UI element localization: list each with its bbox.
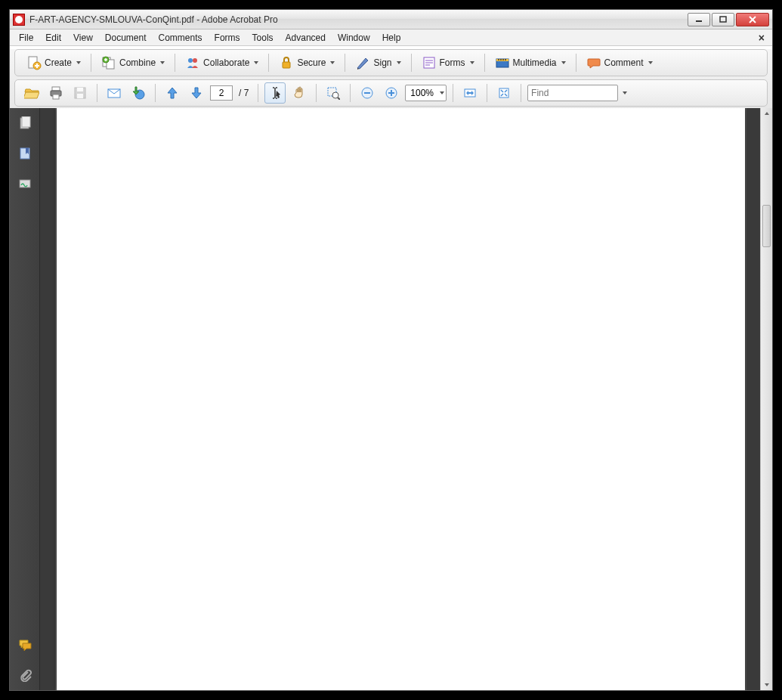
save-icon	[73, 85, 88, 101]
svg-point-13	[188, 58, 193, 63]
next-page-button[interactable]	[186, 82, 207, 104]
menu-document[interactable]: Document	[99, 31, 153, 45]
document-viewport[interactable]	[40, 108, 772, 690]
arrow-down-icon	[189, 85, 204, 101]
create-button[interactable]: Create	[21, 52, 86, 73]
zoom-out-icon	[360, 85, 375, 101]
chevron-down-icon[interactable]	[623, 91, 627, 94]
minimize-button[interactable]	[688, 13, 710, 26]
separator	[484, 54, 485, 72]
email-button[interactable]	[104, 82, 125, 104]
comment-button[interactable]: Comment	[581, 52, 658, 73]
svg-line-36	[338, 98, 340, 100]
find-input[interactable]	[531, 88, 614, 98]
save-button[interactable]	[70, 82, 91, 104]
paperclip-icon	[18, 668, 32, 682]
menu-view[interactable]: View	[67, 31, 99, 45]
lock-icon	[279, 55, 294, 70]
gutter-left	[40, 108, 55, 690]
close-button[interactable]	[736, 13, 769, 26]
comment-icon	[586, 55, 601, 70]
menu-comments[interactable]: Comments	[153, 31, 209, 45]
multimedia-button[interactable]: Multimedia	[490, 52, 571, 73]
comments-panel-button[interactable]	[10, 630, 40, 660]
menu-advanced[interactable]: Advanced	[280, 31, 332, 45]
find-field[interactable]	[527, 85, 618, 101]
menu-help[interactable]: Help	[376, 31, 407, 45]
zoom-in-icon	[384, 85, 399, 101]
signatures-panel-button[interactable]	[10, 169, 40, 199]
marquee-zoom-button[interactable]	[323, 82, 344, 104]
separator	[350, 84, 351, 102]
secure-label: Secure	[297, 57, 326, 68]
upload-button[interactable]	[128, 82, 149, 104]
separator	[487, 84, 487, 102]
menu-tools[interactable]: Tools	[246, 31, 280, 45]
svg-rect-28	[53, 94, 59, 99]
print-button[interactable]	[45, 82, 66, 104]
svg-point-25	[505, 59, 506, 60]
pen-icon	[355, 55, 370, 70]
svg-rect-45	[22, 116, 30, 127]
separator	[453, 84, 453, 102]
maximize-button[interactable]	[712, 13, 734, 26]
svg-rect-31	[77, 94, 83, 98]
previous-page-button[interactable]	[162, 82, 183, 104]
titlebar: F-ART-AGENCY-SMLOUVA-ConQint.pdf - Adobe…	[10, 10, 772, 29]
menubar: File Edit View Document Comments Forms T…	[10, 29, 772, 46]
fit-width-button[interactable]	[459, 82, 481, 104]
scroll-down-button[interactable]	[761, 678, 772, 690]
collaborate-button[interactable]: Collaborate	[180, 52, 264, 73]
window-title: F-ART-AGENCY-SMLOUVA-ConQint.pdf - Adobe…	[29, 14, 278, 25]
svg-point-14	[193, 58, 197, 63]
zoom-level-select[interactable]: 100%	[405, 85, 447, 101]
forms-label: Forms	[440, 57, 465, 68]
window-controls	[686, 13, 769, 26]
open-button[interactable]	[21, 82, 42, 104]
arrow-up-icon	[165, 85, 180, 101]
signature-icon	[18, 177, 32, 190]
pdf-page	[57, 108, 745, 690]
app-icon	[13, 14, 25, 26]
chevron-down-icon	[561, 61, 566, 64]
svg-point-35	[332, 92, 338, 98]
fit-page-button[interactable]	[493, 82, 515, 104]
svg-rect-43	[499, 88, 508, 98]
select-tool-button[interactable]	[264, 82, 286, 104]
menu-forms[interactable]: Forms	[209, 31, 246, 45]
scroll-up-button[interactable]	[761, 108, 772, 120]
separator	[345, 54, 345, 72]
app-window: F-ART-AGENCY-SMLOUVA-ConQint.pdf - Adobe…	[9, 9, 773, 691]
hand-icon	[292, 85, 307, 101]
separator	[316, 84, 317, 102]
forms-button[interactable]: Forms	[416, 52, 480, 73]
separator	[521, 84, 521, 102]
scrollbar-thumb[interactable]	[762, 205, 771, 247]
menu-edit[interactable]: Edit	[39, 31, 67, 45]
envelope-icon	[107, 85, 122, 101]
zoom-out-button[interactable]	[357, 82, 378, 104]
bookmarks-panel-button[interactable]	[10, 138, 40, 169]
chevron-down-icon	[160, 61, 165, 64]
combine-button[interactable]: Combine	[96, 52, 170, 73]
chevron-down-icon	[330, 61, 335, 64]
toolbar-area: Create Combine Collaborate	[10, 49, 772, 112]
page-number-input[interactable]	[210, 85, 233, 101]
menu-window[interactable]: Window	[332, 31, 376, 45]
svg-point-24	[502, 59, 504, 60]
pages-panel-button[interactable]	[10, 108, 40, 138]
vertical-scrollbar[interactable]	[760, 108, 772, 690]
separator	[91, 54, 91, 72]
secure-button[interactable]: Secure	[274, 52, 340, 73]
separator	[97, 84, 97, 102]
sign-button[interactable]: Sign	[350, 52, 406, 73]
zoom-in-button[interactable]	[381, 82, 402, 104]
hand-tool-button[interactable]	[289, 82, 310, 104]
document-close-button[interactable]: ×	[754, 32, 769, 44]
svg-rect-30	[77, 88, 83, 91]
menu-file[interactable]: File	[13, 31, 39, 45]
chevron-down-icon	[397, 61, 401, 64]
attachments-panel-button[interactable]	[10, 660, 40, 690]
svg-point-22	[498, 59, 499, 60]
separator	[155, 84, 156, 102]
